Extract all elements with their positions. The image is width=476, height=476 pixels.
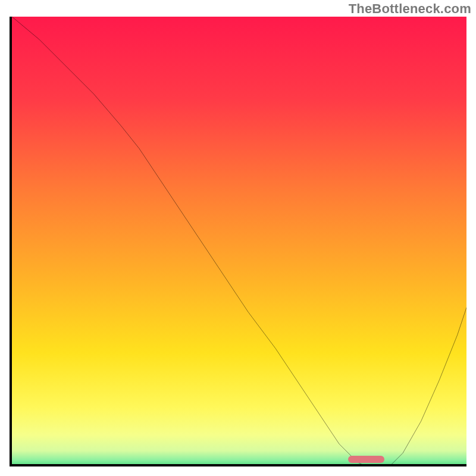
watermark-text: TheBottleneck.com [349, 1, 471, 17]
optimal-range-marker [348, 456, 384, 463]
bottleneck-curve-line [12, 17, 466, 466]
chart-plot-area [10, 17, 466, 466]
